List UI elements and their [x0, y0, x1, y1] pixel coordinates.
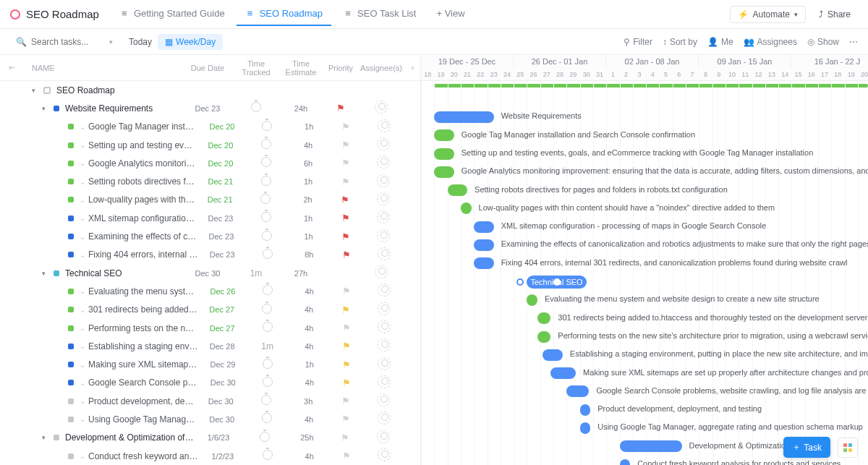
task-name[interactable]: Product development, deplo... — [88, 396, 197, 406]
time-tracked[interactable] — [247, 249, 289, 261]
assignee[interactable] — [358, 101, 404, 116]
status-icon[interactable] — [68, 325, 74, 331]
task-row[interactable]: ⌄Setting robots directives for ...Dec 21… — [0, 172, 420, 190]
task-name[interactable]: Examining the effects of can... — [88, 231, 197, 242]
time-tracked[interactable] — [247, 450, 289, 462]
time-tracked[interactable] — [246, 231, 288, 243]
time-tracked[interactable] — [244, 194, 286, 206]
time-tracked[interactable] — [247, 322, 289, 334]
due-date[interactable]: Dec 30 — [182, 269, 234, 278]
gantt-bar[interactable] — [474, 257, 493, 269]
status-icon[interactable] — [54, 435, 59, 440]
time-estimate[interactable]: 6h — [287, 159, 329, 168]
task-row[interactable]: ⌄Performing tests on the new ...Dec 274h… — [0, 319, 420, 337]
gantt-bar[interactable]: Technical SEO — [527, 276, 586, 289]
add-column-icon[interactable]: ＋ — [404, 62, 420, 73]
list-row[interactable]: ▾SEO Roadmap — [0, 81, 420, 99]
task-row[interactable]: ⌄Fixing 404 errors, internal 30...Dec 23… — [0, 246, 420, 264]
time-tracked[interactable] — [245, 212, 287, 224]
me-button[interactable]: 👤 Me — [707, 37, 733, 47]
status-icon[interactable] — [68, 307, 74, 312]
task-row[interactable]: ⌄301 redirects being added to...Dec 274h… — [0, 301, 420, 319]
task-name[interactable]: Making sure XML sitemaps a... — [88, 359, 199, 370]
task-name[interactable]: Evaluating the menu system ... — [88, 286, 198, 297]
gantt-bar[interactable] — [580, 422, 591, 434]
task-row[interactable]: ⌄Setting up and testing event...Dec 204h… — [0, 136, 420, 154]
automate-button[interactable]: ⚡ Automate ▾ — [730, 6, 806, 23]
share-button[interactable]: ⤴ Share — [812, 7, 858, 22]
due-date[interactable]: Dec 21 — [196, 177, 245, 186]
time-tracked[interactable] — [243, 432, 286, 444]
assignee[interactable] — [362, 137, 405, 153]
task-name[interactable]: Development & Optimization of C... — [65, 432, 194, 443]
task-name[interactable]: Technical SEO — [65, 268, 182, 278]
gantt-bar[interactable] — [474, 239, 493, 251]
task-name[interactable]: Conduct fresh keyword analy... — [88, 451, 198, 461]
due-date[interactable]: Dec 23 — [197, 232, 245, 241]
task-row[interactable]: ⌄Using Google Tag Manager, ...Dec 304h⚑ — [0, 410, 420, 428]
gantt-bar[interactable] — [434, 166, 454, 178]
time-estimate[interactable]: 4h — [289, 452, 331, 461]
priority-flag[interactable]: ⚑ — [329, 176, 362, 187]
assignee[interactable] — [358, 265, 404, 281]
status-icon[interactable] — [68, 362, 74, 367]
more-icon[interactable]: ⋯ — [849, 37, 858, 47]
task-name[interactable]: Fixing 404 errors, internal 30... — [88, 249, 198, 260]
due-date[interactable]: Dec 30 — [197, 415, 246, 424]
time-tracked[interactable]: 1m — [247, 341, 289, 351]
time-estimate[interactable]: 1h — [287, 214, 329, 223]
parent-task-row[interactable]: ▾Development & Optimization of C...1/6/2… — [0, 429, 420, 447]
priority-flag[interactable]: ⚑ — [329, 396, 362, 406]
priority-flag[interactable]: ⚑ — [328, 432, 362, 443]
time-estimate[interactable]: 1h — [288, 232, 330, 241]
due-date[interactable]: Dec 30 — [197, 397, 246, 406]
filter-button[interactable]: ⚲ Filter — [624, 37, 652, 47]
status-icon[interactable] — [68, 142, 74, 148]
time-tracked[interactable] — [247, 359, 289, 371]
task-name[interactable]: Low-quality pages with thin ... — [88, 195, 195, 205]
task-name[interactable]: SEO Roadmap — [56, 85, 420, 95]
assignee[interactable] — [362, 320, 406, 336]
tab[interactable]: ≡SEO Task List — [334, 2, 425, 26]
task-row[interactable]: ⌄Evaluating the menu system ...Dec 264h⚑ — [0, 282, 420, 300]
gantt-bar[interactable] — [448, 184, 467, 196]
due-date[interactable]: Dec 27 — [198, 324, 247, 333]
priority-flag[interactable]: ⚑ — [331, 377, 363, 388]
tab[interactable]: ≡Getting Started Guide — [111, 2, 234, 26]
assignee[interactable] — [362, 411, 406, 427]
priority-flag[interactable]: ⚑ — [330, 121, 362, 132]
gantt-bar[interactable] — [474, 221, 493, 233]
time-tracked[interactable] — [245, 157, 287, 169]
priority-flag[interactable]: ⚑ — [330, 304, 362, 315]
task-row[interactable]: ⌄Low-quality pages with thin ...Dec 212h… — [0, 191, 420, 209]
assignees-button[interactable]: 👥 Assignees — [744, 37, 797, 47]
task-row[interactable]: ⌄Conduct fresh keyword analy...1/2/234h⚑ — [0, 447, 420, 465]
assignee[interactable] — [362, 247, 406, 263]
expand-caret-icon[interactable]: ▾ — [42, 270, 46, 277]
gantt-bar[interactable] — [537, 312, 550, 324]
gantt-bar[interactable] — [620, 440, 682, 452]
priority-flag[interactable]: ⚑ — [329, 195, 362, 205]
due-date[interactable]: Dec 20 — [196, 141, 245, 150]
time-estimate[interactable]: 25h — [286, 433, 328, 442]
time-tracked[interactable] — [245, 395, 287, 407]
due-date[interactable]: Dec 20 — [196, 159, 245, 168]
gantt-bar[interactable] — [434, 129, 454, 141]
gantt-bar[interactable] — [461, 202, 472, 214]
time-estimate[interactable]: 4h — [288, 324, 330, 333]
status-icon[interactable] — [68, 289, 74, 294]
new-task-button[interactable]: ＋ Task — [783, 437, 830, 458]
status-icon[interactable] — [68, 453, 74, 459]
gantt-bar[interactable] — [566, 385, 589, 397]
search-input[interactable] — [31, 37, 105, 47]
time-estimate[interactable]: 4h — [289, 378, 331, 387]
gantt-bar[interactable] — [527, 294, 537, 306]
task-name[interactable]: Google Analytics monitoring... — [88, 158, 196, 168]
status-icon[interactable] — [68, 380, 74, 385]
status-icon[interactable] — [68, 344, 74, 349]
status-icon[interactable] — [68, 124, 74, 129]
priority-flag[interactable]: ⚑ — [330, 414, 362, 425]
priority-flag[interactable]: ⚑ — [330, 323, 362, 333]
due-date[interactable]: 1/2/23 — [198, 452, 247, 461]
time-tracked[interactable] — [246, 413, 288, 425]
